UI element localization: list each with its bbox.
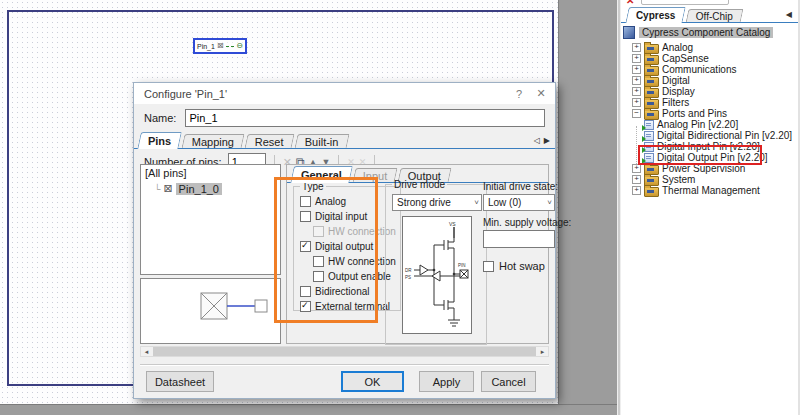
tree-item-thermal-management[interactable]: Thermal Management — [621, 185, 798, 196]
initial-drive-state-select[interactable]: Low (0) ˅ — [483, 194, 555, 211]
tab-cypress[interactable]: Cypress — [625, 7, 686, 23]
drive-mode-diagram: VS — [402, 216, 472, 334]
tree-item-analog[interactable]: Analog — [621, 42, 798, 53]
drive-mode-select[interactable]: Strong drive ˅ — [392, 194, 482, 211]
catalog-root-row[interactable]: Cypress Component Catalog — [621, 23, 798, 41]
tree-item-digital-bidirectional-pin[interactable]: Digital Bidirectional Pin [v2.20] — [621, 130, 798, 141]
dialog-title: Configure 'Pin_1' — [144, 88, 508, 100]
tree-item-filters[interactable]: Filters — [621, 97, 798, 108]
tree-item-digital[interactable]: Digital — [621, 75, 798, 86]
svg-text:PIN: PIN — [458, 263, 466, 268]
catalog-tree: Analog CapSense Communications Digital D… — [621, 42, 798, 196]
pin-symbol-drawing — [141, 279, 280, 343]
ok-button[interactable]: OK — [341, 371, 404, 392]
pin-component[interactable]: Pin_1 ⊠ ⊖ — [193, 38, 247, 54]
svg-text:DR: DR — [405, 268, 412, 273]
pin-terminal-icon: ⊖ — [236, 42, 243, 50]
chevron-down-icon: ˅ — [474, 198, 479, 207]
expander-icon[interactable] — [632, 87, 641, 96]
tab-mapping[interactable]: Mapping — [182, 134, 245, 148]
button-separator — [140, 364, 549, 366]
hot-swap-row[interactable]: Hot swap — [483, 260, 555, 272]
scrollbar-thumb[interactable] — [153, 347, 536, 356]
red-highlight-annotation — [638, 145, 762, 165]
svg-text:PS: PS — [405, 275, 411, 280]
pin-crossbox-icon: ⊠ — [217, 42, 224, 50]
expander-icon[interactable] — [632, 98, 641, 107]
component-catalog-panel: ✕ Cypress Off-Chip ◀ Cypress Component C… — [621, 0, 800, 415]
expander-icon[interactable] — [632, 65, 641, 74]
tree-item-capsense[interactable]: CapSense — [621, 53, 798, 64]
pin-crossbox-icon: ⊠ — [163, 182, 172, 195]
tree-item-display[interactable]: Display — [621, 86, 798, 97]
canvas-bottom-edge — [0, 404, 622, 415]
expander-icon[interactable] — [632, 76, 641, 85]
name-label: Name: — [144, 112, 176, 124]
expander-icon[interactable] — [632, 175, 641, 184]
folder-icon — [644, 187, 659, 197]
expander-icon[interactable] — [632, 43, 641, 52]
tree-item-analog-pin[interactable]: Analog Pin [v2.20] — [621, 119, 798, 130]
hot-swap-checkbox[interactable] — [483, 261, 494, 272]
tab-scroll-right-icon[interactable]: ▶ — [544, 136, 550, 145]
tab-reset[interactable]: Reset — [245, 134, 295, 148]
scroll-right-icon[interactable]: ▸ — [537, 347, 548, 356]
dialog-tabstrip: Pins Mapping Reset Built-in ◁ ▶ — [134, 130, 555, 149]
tab-scroll-left-icon[interactable]: ◀ — [786, 10, 792, 19]
drive-mode-legend: Drive mode — [392, 179, 447, 190]
cancel-button[interactable]: Cancel — [481, 371, 536, 392]
min-supply-voltage-label: Min. supply voltage: — [483, 217, 555, 228]
tab-scroll-left-icon[interactable]: ◁ — [534, 136, 540, 145]
tree-connector-icon: └ — [154, 184, 160, 194]
tab-pins[interactable]: Pins — [137, 132, 182, 149]
scroll-left-icon[interactable]: ◂ — [141, 347, 152, 356]
hot-swap-label: Hot swap — [499, 260, 545, 272]
pin-list-root[interactable]: [All pins] — [145, 167, 276, 179]
datasheet-button[interactable]: Datasheet — [146, 371, 214, 392]
tree-item-system[interactable]: System — [621, 174, 798, 185]
initial-state-column: Initial drive state: Low (0) ˅ Min. supp… — [483, 179, 555, 272]
tab-off-chip[interactable]: Off-Chip — [686, 9, 744, 22]
orange-highlight-annotation — [274, 177, 378, 323]
pin-list-item-label: Pin_1_0 — [176, 183, 222, 195]
apply-button[interactable]: Apply — [419, 371, 474, 392]
expander-icon[interactable] — [632, 164, 641, 173]
expander-icon[interactable] — [632, 54, 641, 63]
catalog-root-icon — [623, 26, 635, 39]
pin-list-item[interactable]: └ ⊠ Pin_1_0 — [154, 182, 276, 195]
catalog-tabstrip: Cypress Off-Chip ◀ — [621, 5, 798, 23]
svg-text:VS: VS — [449, 221, 456, 227]
horizontal-scrollbar[interactable]: ◂ ▸ — [140, 346, 549, 357]
expander-icon[interactable] — [632, 109, 641, 118]
initial-drive-state-label: Initial drive state: — [483, 181, 555, 192]
pin-list[interactable]: [All pins] └ ⊠ Pin_1_0 — [140, 164, 281, 275]
pin-wire — [226, 46, 235, 47]
tab-built-in[interactable]: Built-in — [295, 134, 350, 148]
folder-icon — [644, 110, 659, 120]
component-icon — [644, 120, 654, 130]
tree-item-ports-and-pins[interactable]: Ports and Pins — [621, 108, 798, 119]
name-input[interactable] — [185, 109, 545, 127]
pin-symbol-preview — [140, 278, 281, 344]
catalog-root-label: Cypress Component Catalog — [639, 27, 773, 38]
dialog-titlebar: Configure 'Pin_1' ? ✕ — [134, 83, 555, 104]
component-icon — [644, 131, 654, 141]
tree-item-communications[interactable]: Communications — [621, 64, 798, 75]
chevron-down-icon: ˅ — [547, 198, 552, 207]
drive-mode-groupbox: Drive mode Strong drive ˅ VS — [385, 179, 487, 345]
min-supply-voltage-input[interactable] — [483, 230, 555, 248]
help-button[interactable]: ? — [508, 88, 530, 100]
close-icon[interactable]: ✕ — [530, 87, 552, 100]
pin-component-label: Pin_1 — [197, 43, 215, 50]
expander-icon[interactable] — [632, 186, 641, 195]
